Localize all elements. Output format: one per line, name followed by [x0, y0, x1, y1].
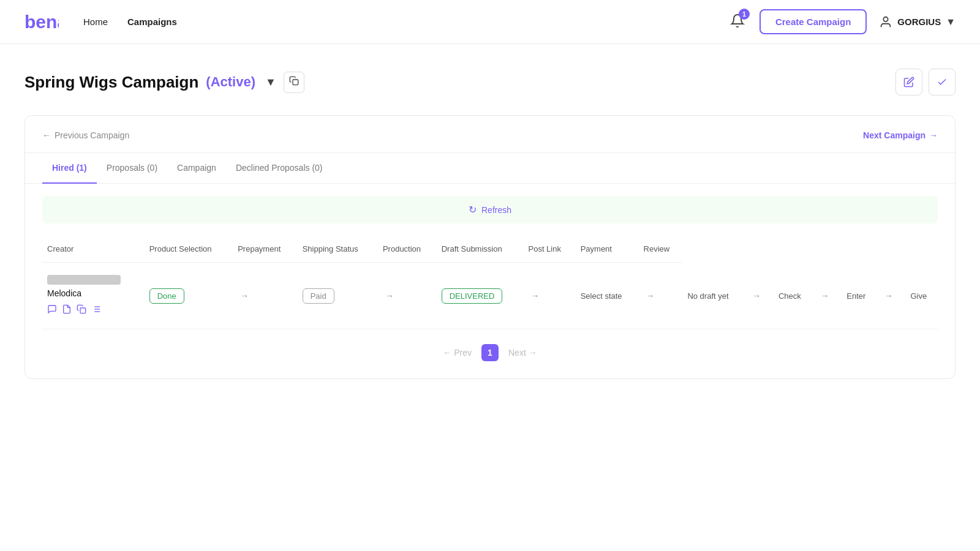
refresh-label: Refresh	[481, 205, 511, 215]
pagination: ← Prev 1 Next →	[42, 329, 938, 366]
prepayment-badge: Paid	[303, 288, 334, 304]
nav-link-home[interactable]: Home	[83, 17, 108, 27]
shipping-status-badge: DELIVERED	[442, 288, 503, 304]
creator-action-icons	[47, 304, 140, 317]
draft-submission-cell: No draft yet	[682, 263, 745, 329]
copy-button[interactable]	[284, 72, 304, 93]
tab-declined-proposals[interactable]: Declined Proposals (0)	[226, 153, 333, 184]
current-page-number[interactable]: 1	[481, 344, 499, 361]
user-area[interactable]: GORGIUS ▼	[879, 15, 956, 29]
col-post-link: Post Link	[524, 238, 576, 263]
prev-campaign-label: Previous Campaign	[55, 130, 129, 140]
table-header: Creator Product Selection Prepayment Shi…	[42, 238, 938, 263]
svg-rect-3	[80, 308, 86, 313]
review-cell[interactable]: Give	[906, 263, 938, 329]
arrow-cell-5: →	[745, 263, 774, 329]
table-row: Melodica	[42, 263, 938, 329]
navbar-left: bena Home Campaigns	[24, 11, 177, 33]
svg-point-1	[884, 17, 888, 21]
campaign-dropdown-icon[interactable]: ▼	[265, 76, 276, 89]
copy-icon-svg	[289, 76, 299, 86]
product-selection-badge: Done	[149, 288, 184, 304]
create-campaign-button[interactable]: Create Campaign	[760, 9, 867, 34]
arrow-icon-7: →	[884, 291, 893, 301]
svg-rect-2	[293, 80, 298, 85]
prev-page-label: Prev	[454, 348, 472, 358]
col-payment: Payment	[576, 238, 639, 263]
prev-page-button[interactable]: ← Prev	[443, 348, 472, 358]
creator-doc-icon[interactable]	[62, 304, 72, 317]
main-card: ← Previous Campaign Next Campaign → Hire…	[24, 115, 956, 379]
edit-button[interactable]	[895, 69, 922, 96]
page-content: Spring Wigs Campaign (Active) ▼	[0, 44, 980, 379]
post-link-action[interactable]: Check	[778, 291, 801, 301]
draft-submission-value: No draft yet	[687, 291, 728, 301]
shipping-status-cell: DELIVERED	[437, 263, 524, 329]
nav-link-campaigns[interactable]: Campaigns	[127, 17, 177, 27]
arrow-cell-7: →	[877, 263, 906, 329]
tab-hired[interactable]: Hired (1)	[42, 153, 97, 184]
post-link-cell[interactable]: Check	[774, 263, 813, 329]
payment-action[interactable]: Enter	[846, 291, 865, 301]
refresh-icon: ↻	[469, 204, 477, 216]
col-creator: Creator	[42, 238, 145, 263]
payment-cell[interactable]: Enter	[842, 263, 877, 329]
arrow-icon-2: →	[385, 291, 394, 301]
campaign-status: (Active)	[206, 74, 255, 90]
creator-name: Melodica	[47, 288, 140, 298]
approve-button[interactable]	[929, 69, 956, 96]
production-cell[interactable]: Select state	[576, 263, 639, 329]
col-prepayment: Prepayment	[233, 238, 298, 263]
creator-copy2-icon[interactable]	[77, 304, 86, 317]
arrow-cell-2: →	[378, 263, 437, 329]
creator-cell: Melodica	[42, 263, 145, 329]
next-campaign-label: Next Campaign	[863, 130, 925, 140]
user-dropdown-icon[interactable]: ▼	[946, 17, 956, 28]
prepayment-cell: Paid	[298, 263, 378, 329]
tabs: Hired (1) Proposals (0) Campaign Decline…	[25, 153, 955, 184]
table-body: Melodica	[42, 263, 938, 329]
refresh-bar[interactable]: ↻ Refresh	[42, 196, 938, 223]
notification-button[interactable]: 1	[728, 11, 747, 32]
card-nav: ← Previous Campaign Next Campaign →	[25, 116, 955, 153]
prev-campaign-link[interactable]: ← Previous Campaign	[42, 130, 129, 152]
arrow-left-icon: ←	[42, 130, 51, 140]
creator-chat-icon[interactable]	[47, 304, 57, 317]
creator-list-icon[interactable]	[91, 304, 101, 317]
arrow-icon-1: →	[240, 291, 249, 301]
check-icon	[937, 77, 948, 88]
creator-info: Melodica	[47, 275, 140, 317]
next-page-label: Next	[508, 348, 526, 358]
notification-badge: 1	[739, 9, 750, 20]
navbar: bena Home Campaigns 1 Create Campaign GO…	[0, 0, 980, 44]
edit-icon	[903, 77, 914, 88]
navbar-right: 1 Create Campaign GORGIUS ▼	[728, 9, 956, 34]
creators-table: Creator Product Selection Prepayment Shi…	[42, 238, 938, 329]
arrow-icon-4: →	[646, 291, 655, 301]
col-review: Review	[639, 238, 683, 263]
arrow-icon-3: →	[531, 291, 540, 301]
user-icon	[879, 15, 892, 29]
arrow-right-icon: →	[929, 130, 938, 140]
tab-campaign[interactable]: Campaign	[167, 153, 226, 184]
next-page-button[interactable]: Next →	[508, 348, 537, 358]
next-arrow-icon: →	[529, 348, 537, 358]
prev-arrow-icon: ←	[443, 348, 451, 358]
col-product-selection: Product Selection	[145, 238, 233, 263]
col-shipping-status: Shipping Status	[298, 238, 378, 263]
creator-avatar-bar	[47, 275, 121, 285]
user-name: GORGIUS	[897, 17, 941, 27]
tab-proposals[interactable]: Proposals (0)	[97, 153, 167, 184]
next-campaign-link[interactable]: Next Campaign →	[863, 130, 938, 152]
product-selection-cell: Done	[145, 263, 233, 329]
logo[interactable]: bena	[24, 11, 59, 33]
table-area: ↻ Refresh Creator Product Selection Prep…	[25, 184, 955, 366]
arrow-cell-3: →	[524, 263, 576, 329]
nav-links: Home Campaigns	[83, 17, 177, 27]
campaign-header: Spring Wigs Campaign (Active) ▼	[24, 69, 956, 96]
arrow-icon-6: →	[821, 291, 829, 301]
review-action[interactable]: Give	[911, 291, 927, 301]
svg-text:bena: bena	[24, 12, 59, 32]
col-production: Production	[378, 238, 437, 263]
production-select[interactable]: Select state	[581, 291, 622, 301]
